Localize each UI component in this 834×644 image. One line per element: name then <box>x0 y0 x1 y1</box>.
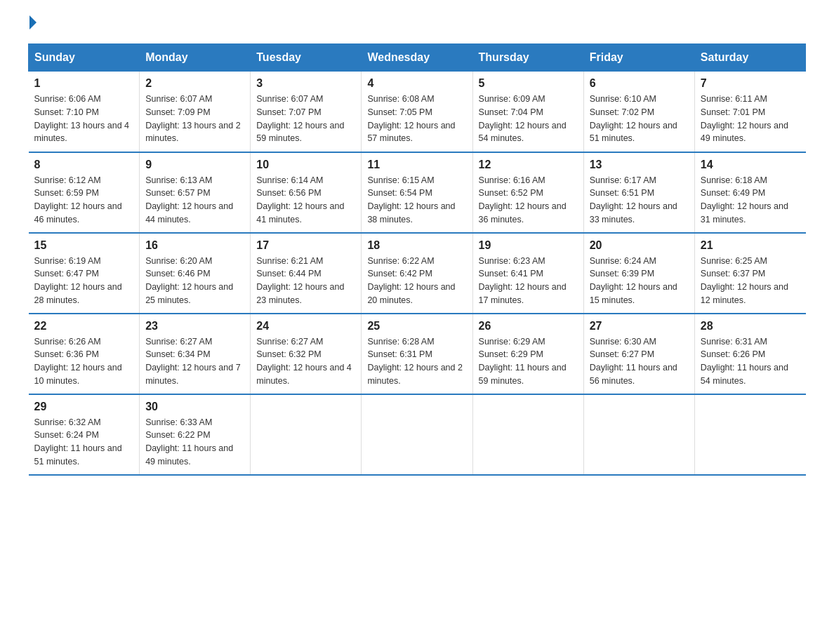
day-number: 1 <box>34 77 134 90</box>
day-number: 7 <box>701 77 800 90</box>
day-number: 12 <box>479 159 578 171</box>
day-number: 4 <box>367 77 466 90</box>
calendar-cell <box>583 394 694 475</box>
day-number: 14 <box>701 159 800 171</box>
calendar-cell: 10 Sunrise: 6:14 AMSunset: 6:56 PMDaylig… <box>251 152 362 233</box>
day-number: 9 <box>145 159 244 171</box>
day-info: Sunrise: 6:19 AMSunset: 6:47 PMDaylight:… <box>34 255 134 307</box>
calendar-cell: 23 Sunrise: 6:27 AMSunset: 6:34 PMDaylig… <box>140 314 251 394</box>
day-info: Sunrise: 6:25 AMSunset: 6:37 PMDaylight:… <box>701 255 800 307</box>
calendar-cell: 11 Sunrise: 6:15 AMSunset: 6:54 PMDaylig… <box>362 152 472 233</box>
calendar-cell: 16 Sunrise: 6:20 AMSunset: 6:46 PMDaylig… <box>140 233 251 314</box>
day-info: Sunrise: 6:14 AMSunset: 6:56 PMDaylight:… <box>256 174 355 227</box>
calendar-cell <box>251 394 362 475</box>
calendar-cell: 2 Sunrise: 6:07 AMSunset: 7:09 PMDayligh… <box>140 72 251 152</box>
calendar-table: SundayMondayTuesdayWednesdayThursdayFrid… <box>28 43 806 476</box>
day-info: Sunrise: 6:16 AMSunset: 6:52 PMDaylight:… <box>479 174 578 227</box>
calendar-cell <box>362 394 472 475</box>
calendar-cell: 12 Sunrise: 6:16 AMSunset: 6:52 PMDaylig… <box>472 152 583 233</box>
day-info: Sunrise: 6:22 AMSunset: 6:42 PMDaylight:… <box>367 255 466 307</box>
header-monday: Monday <box>140 44 251 72</box>
day-info: Sunrise: 6:30 AMSunset: 6:27 PMDaylight:… <box>590 335 689 388</box>
day-info: Sunrise: 6:24 AMSunset: 6:39 PMDaylight:… <box>590 255 689 307</box>
day-info: Sunrise: 6:28 AMSunset: 6:31 PMDaylight:… <box>367 335 466 388</box>
day-info: Sunrise: 6:33 AMSunset: 6:22 PMDaylight:… <box>145 416 244 469</box>
calendar-cell: 5 Sunrise: 6:09 AMSunset: 7:04 PMDayligh… <box>472 72 583 152</box>
day-number: 19 <box>479 239 578 252</box>
day-number: 6 <box>590 77 689 90</box>
calendar-cell: 20 Sunrise: 6:24 AMSunset: 6:39 PMDaylig… <box>583 233 694 314</box>
day-number: 16 <box>145 239 244 252</box>
day-number: 20 <box>590 239 689 252</box>
day-number: 30 <box>145 401 244 413</box>
day-number: 21 <box>701 239 800 252</box>
day-number: 27 <box>590 320 689 333</box>
day-info: Sunrise: 6:08 AMSunset: 7:05 PMDaylight:… <box>367 93 466 145</box>
logo-text <box>28 21 37 29</box>
calendar-cell: 24 Sunrise: 6:27 AMSunset: 6:32 PMDaylig… <box>251 314 362 394</box>
calendar-cell: 3 Sunrise: 6:07 AMSunset: 7:07 PMDayligh… <box>251 72 362 152</box>
calendar-week-3: 15 Sunrise: 6:19 AMSunset: 6:47 PMDaylig… <box>29 233 806 314</box>
day-info: Sunrise: 6:23 AMSunset: 6:41 PMDaylight:… <box>479 255 578 307</box>
calendar-cell: 6 Sunrise: 6:10 AMSunset: 7:02 PMDayligh… <box>583 72 694 152</box>
calendar-cell: 19 Sunrise: 6:23 AMSunset: 6:41 PMDaylig… <box>472 233 583 314</box>
calendar-cell: 21 Sunrise: 6:25 AMSunset: 6:37 PMDaylig… <box>694 233 805 314</box>
day-info: Sunrise: 6:09 AMSunset: 7:04 PMDaylight:… <box>479 93 578 145</box>
calendar-header-row: SundayMondayTuesdayWednesdayThursdayFrid… <box>29 44 806 72</box>
day-info: Sunrise: 6:20 AMSunset: 6:46 PMDaylight:… <box>145 255 244 307</box>
day-number: 25 <box>367 320 466 333</box>
day-info: Sunrise: 6:17 AMSunset: 6:51 PMDaylight:… <box>590 174 689 227</box>
calendar-week-2: 8 Sunrise: 6:12 AMSunset: 6:59 PMDayligh… <box>29 152 806 233</box>
calendar-week-5: 29 Sunrise: 6:32 AMSunset: 6:24 PMDaylig… <box>29 394 806 475</box>
calendar-cell: 9 Sunrise: 6:13 AMSunset: 6:57 PMDayligh… <box>140 152 251 233</box>
calendar-cell: 18 Sunrise: 6:22 AMSunset: 6:42 PMDaylig… <box>362 233 472 314</box>
header-sunday: Sunday <box>29 44 140 72</box>
calendar-cell: 14 Sunrise: 6:18 AMSunset: 6:49 PMDaylig… <box>694 152 805 233</box>
day-info: Sunrise: 6:27 AMSunset: 6:32 PMDaylight:… <box>256 335 355 388</box>
calendar-cell: 13 Sunrise: 6:17 AMSunset: 6:51 PMDaylig… <box>583 152 694 233</box>
day-number: 23 <box>145 320 244 333</box>
day-info: Sunrise: 6:32 AMSunset: 6:24 PMDaylight:… <box>34 416 134 469</box>
day-info: Sunrise: 6:31 AMSunset: 6:26 PMDaylight:… <box>701 335 800 388</box>
calendar-cell: 17 Sunrise: 6:21 AMSunset: 6:44 PMDaylig… <box>251 233 362 314</box>
calendar-cell: 22 Sunrise: 6:26 AMSunset: 6:36 PMDaylig… <box>29 314 140 394</box>
day-info: Sunrise: 6:27 AMSunset: 6:34 PMDaylight:… <box>145 335 244 388</box>
header-tuesday: Tuesday <box>251 44 362 72</box>
day-number: 26 <box>479 320 578 333</box>
calendar-week-4: 22 Sunrise: 6:26 AMSunset: 6:36 PMDaylig… <box>29 314 806 394</box>
day-info: Sunrise: 6:06 AMSunset: 7:10 PMDaylight:… <box>34 93 134 145</box>
day-number: 8 <box>34 159 134 171</box>
day-info: Sunrise: 6:07 AMSunset: 7:07 PMDaylight:… <box>256 93 355 145</box>
calendar-cell: 26 Sunrise: 6:29 AMSunset: 6:29 PMDaylig… <box>472 314 583 394</box>
day-number: 22 <box>34 320 134 333</box>
day-number: 28 <box>701 320 800 333</box>
calendar-week-1: 1 Sunrise: 6:06 AMSunset: 7:10 PMDayligh… <box>29 72 806 152</box>
day-info: Sunrise: 6:11 AMSunset: 7:01 PMDaylight:… <box>701 93 800 145</box>
day-info: Sunrise: 6:21 AMSunset: 6:44 PMDaylight:… <box>256 255 355 307</box>
calendar-cell: 28 Sunrise: 6:31 AMSunset: 6:26 PMDaylig… <box>694 314 805 394</box>
header-wednesday: Wednesday <box>362 44 472 72</box>
day-number: 10 <box>256 159 355 171</box>
day-info: Sunrise: 6:07 AMSunset: 7:09 PMDaylight:… <box>145 93 244 145</box>
day-info: Sunrise: 6:15 AMSunset: 6:54 PMDaylight:… <box>367 174 466 227</box>
logo <box>28 21 37 29</box>
day-number: 18 <box>367 239 466 252</box>
calendar-cell <box>472 394 583 475</box>
calendar-cell: 4 Sunrise: 6:08 AMSunset: 7:05 PMDayligh… <box>362 72 472 152</box>
calendar-cell: 25 Sunrise: 6:28 AMSunset: 6:31 PMDaylig… <box>362 314 472 394</box>
day-info: Sunrise: 6:18 AMSunset: 6:49 PMDaylight:… <box>701 174 800 227</box>
day-number: 29 <box>34 401 134 413</box>
header-saturday: Saturday <box>694 44 805 72</box>
calendar-cell: 7 Sunrise: 6:11 AMSunset: 7:01 PMDayligh… <box>694 72 805 152</box>
day-number: 5 <box>479 77 578 90</box>
calendar-cell <box>694 394 805 475</box>
day-number: 2 <box>145 77 244 90</box>
calendar-cell: 15 Sunrise: 6:19 AMSunset: 6:47 PMDaylig… <box>29 233 140 314</box>
day-info: Sunrise: 6:12 AMSunset: 6:59 PMDaylight:… <box>34 174 134 227</box>
day-number: 13 <box>590 159 689 171</box>
day-info: Sunrise: 6:26 AMSunset: 6:36 PMDaylight:… <box>34 335 134 388</box>
day-number: 11 <box>367 159 466 171</box>
day-number: 24 <box>256 320 355 333</box>
day-number: 3 <box>256 77 355 90</box>
calendar-cell: 27 Sunrise: 6:30 AMSunset: 6:27 PMDaylig… <box>583 314 694 394</box>
